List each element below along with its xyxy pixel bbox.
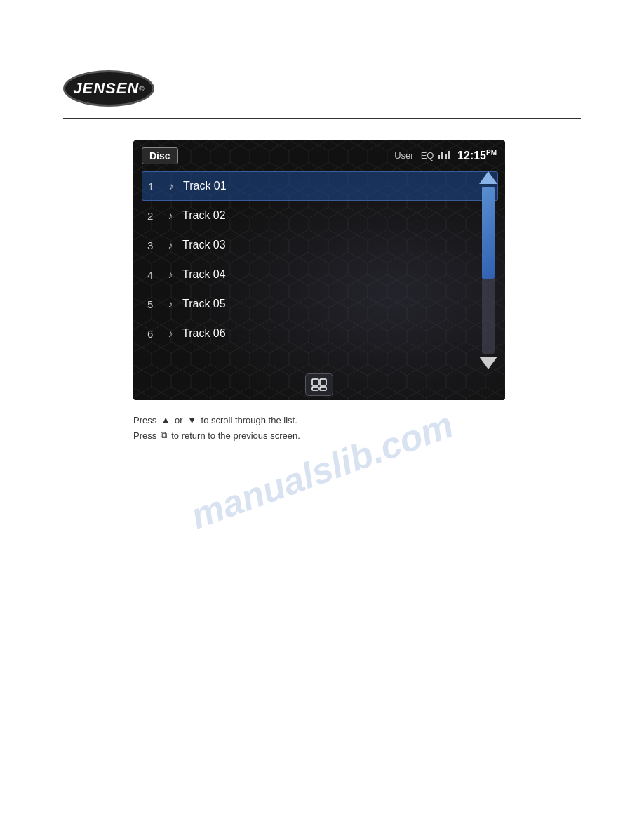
nav-hint-return-text: to return to the previous screen.: [171, 430, 300, 441]
nav-hints: Press ▲ or ▼ to scroll through the list.…: [133, 414, 505, 441]
return-icon: [311, 378, 327, 391]
user-label: User: [394, 150, 413, 161]
track-item-4[interactable]: 4 ♪ Track 04: [142, 260, 498, 289]
brand-name: JENSEN: [73, 79, 139, 98]
nav-hint-arrow-up: ▲: [161, 414, 170, 425]
music-note-icon-3: ♪: [163, 239, 178, 251]
track-item-2[interactable]: 2 ♪ Track 02: [142, 201, 498, 230]
track-name-3: Track 03: [182, 239, 226, 251]
track-name-6: Track 06: [182, 327, 226, 340]
music-note-icon-4: ♪: [163, 269, 178, 280]
music-note-icon-1: ♪: [163, 180, 179, 192]
main-screen: Disc User EQ 12:15PM 1 ♪ Track 01: [133, 140, 505, 400]
nav-hint-icon: ⧉: [161, 430, 167, 441]
nav-hint-arrow-down: ▼: [187, 414, 197, 425]
nav-hint-press-1: Press: [133, 415, 156, 425]
bottom-bar: [133, 369, 505, 400]
track-number-1: 1: [148, 180, 163, 192]
music-note-icon-2: ♪: [163, 210, 178, 221]
corner-mark-tr: [584, 48, 596, 60]
track-name-5: Track 05: [182, 298, 226, 310]
header-divider: [63, 118, 581, 119]
music-note-icon-6: ♪: [163, 328, 178, 339]
track-item-5[interactable]: 5 ♪ Track 05: [142, 289, 498, 319]
corner-mark-br: [584, 774, 596, 786]
clock-display: 12:15PM: [457, 149, 497, 162]
nav-hint-scroll-text: to scroll through the list.: [201, 415, 297, 425]
brand-logo: JENSEN®: [63, 70, 154, 107]
svg-rect-2: [312, 387, 318, 390]
track-name-4: Track 04: [182, 268, 226, 281]
scroll-down-arrow[interactable]: [479, 357, 497, 369]
music-note-icon-5: ♪: [163, 298, 178, 310]
return-button[interactable]: [305, 373, 333, 396]
scroll-up-arrow[interactable]: [479, 171, 497, 184]
track-item-3[interactable]: 3 ♪ Track 03: [142, 230, 498, 260]
nav-hint-return: Press ⧉ to return to the previous screen…: [133, 430, 505, 441]
screen-header: Disc User EQ 12:15PM: [133, 140, 505, 171]
track-item-6[interactable]: 6 ♪ Track 06: [142, 319, 498, 348]
track-number-5: 5: [147, 298, 163, 310]
track-number-3: 3: [147, 239, 163, 251]
nav-hint-scroll: Press ▲ or ▼ to scroll through the list.: [133, 414, 505, 425]
mode-badge[interactable]: Disc: [142, 147, 178, 164]
track-item-1[interactable]: 1 ♪ Track 01: [142, 171, 498, 201]
nav-hint-or: or: [175, 415, 183, 425]
track-name-1: Track 01: [183, 180, 227, 192]
nav-hint-press-2: Press: [133, 430, 156, 441]
eq-label: EQ: [421, 150, 450, 161]
header-right: User EQ 12:15PM: [394, 149, 497, 162]
corner-mark-tl: [48, 48, 60, 60]
track-name-2: Track 02: [182, 209, 226, 222]
track-list: 1 ♪ Track 01 2 ♪ Track 02 3 ♪ Track 03 4…: [133, 171, 505, 348]
corner-mark-bl: [48, 774, 60, 786]
scrollbar: [478, 171, 498, 369]
svg-rect-3: [320, 387, 326, 390]
eq-icon: [438, 151, 450, 159]
track-number-2: 2: [147, 210, 163, 222]
track-number-6: 6: [147, 328, 163, 340]
brand-reg: ®: [139, 85, 144, 93]
scroll-track: [482, 187, 495, 354]
svg-rect-1: [320, 379, 326, 385]
scroll-thumb[interactable]: [482, 187, 495, 279]
svg-rect-0: [312, 379, 318, 385]
track-number-4: 4: [147, 269, 163, 281]
